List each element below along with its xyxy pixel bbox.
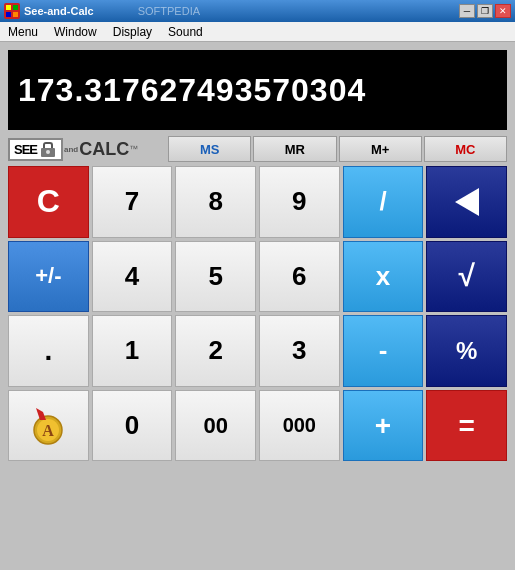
divide-button[interactable]: / — [343, 166, 424, 238]
menu-bar: Menu Window Display Sound — [0, 22, 515, 42]
svg-rect-2 — [13, 5, 18, 10]
title-bar: See-and-Calc SOFTPEDIA ─ ❐ ✕ — [0, 0, 515, 22]
dot-button[interactable]: . — [8, 315, 89, 387]
plus-label: + — [375, 410, 391, 442]
button-grid: C 7 8 9 / +/- 4 5 6 x √ . 1 2 3 - % A — [8, 166, 507, 536]
watermark-text: SOFTPEDIA — [138, 5, 200, 17]
minus-label: - — [379, 335, 388, 366]
logo-tm: ™ — [129, 144, 138, 154]
zero-button[interactable]: 0 — [92, 390, 173, 462]
eight-button[interactable]: 8 — [175, 166, 256, 238]
backspace-icon — [455, 188, 479, 216]
memory-recall-button[interactable]: MR — [253, 136, 336, 162]
display-area: 173.317627493570304 — [8, 50, 507, 130]
menu-item-sound[interactable]: Sound — [164, 23, 207, 41]
logo-memory-row: SEE and CALC ™ MS MR M+ MC — [8, 136, 507, 162]
nine-button[interactable]: 9 — [259, 166, 340, 238]
plus-button[interactable]: + — [343, 390, 424, 462]
memory-clear-button[interactable]: MC — [424, 136, 507, 162]
two-button[interactable]: 2 — [175, 315, 256, 387]
one-button[interactable]: 1 — [92, 315, 173, 387]
svg-marker-8 — [36, 408, 46, 420]
window-title: See-and-Calc — [24, 5, 94, 17]
six-button[interactable]: 6 — [259, 241, 340, 313]
multiply-label: x — [376, 261, 390, 292]
title-bar-left: See-and-Calc SOFTPEDIA — [4, 3, 200, 19]
restore-button[interactable]: ❐ — [477, 4, 493, 18]
medal-icon: A — [26, 404, 70, 448]
close-button[interactable]: ✕ — [495, 4, 511, 18]
sqrt-button[interactable]: √ — [426, 241, 507, 313]
plus-minus-button[interactable]: +/- — [8, 241, 89, 313]
sqrt-label: √ — [458, 259, 474, 293]
logo-button[interactable]: A — [8, 390, 89, 462]
memory-plus-button[interactable]: M+ — [339, 136, 422, 162]
memory-store-button[interactable]: MS — [168, 136, 251, 162]
menu-item-menu[interactable]: Menu — [4, 23, 42, 41]
svg-rect-3 — [6, 12, 11, 17]
divide-label: / — [379, 186, 386, 217]
svg-rect-1 — [6, 5, 11, 10]
logo-see-text: SEE — [14, 142, 37, 157]
five-button[interactable]: 5 — [175, 241, 256, 313]
memory-buttons: MS MR M+ MC — [168, 136, 507, 162]
backspace-button[interactable] — [426, 166, 507, 238]
svg-rect-4 — [13, 12, 18, 17]
percent-button[interactable]: % — [426, 315, 507, 387]
logo-and: and — [64, 145, 78, 154]
title-bar-buttons: ─ ❐ ✕ — [459, 4, 511, 18]
menu-item-window[interactable]: Window — [50, 23, 101, 41]
logo-calc-text: CALC — [79, 139, 129, 160]
minimize-button[interactable]: ─ — [459, 4, 475, 18]
seven-button[interactable]: 7 — [92, 166, 173, 238]
svg-text:A: A — [43, 422, 55, 439]
double-zero-button[interactable]: 00 — [175, 390, 256, 462]
display-value: 173.317627493570304 — [18, 72, 366, 109]
multiply-button[interactable]: x — [343, 241, 424, 313]
four-button[interactable]: 4 — [92, 241, 173, 313]
menu-item-display[interactable]: Display — [109, 23, 156, 41]
logo-see: SEE — [8, 138, 63, 161]
percent-label: % — [456, 337, 477, 365]
clear-button[interactable]: C — [8, 166, 89, 238]
logo-area: SEE and CALC ™ — [8, 138, 168, 161]
three-button[interactable]: 3 — [259, 315, 340, 387]
equals-button[interactable]: = — [426, 390, 507, 462]
app-icon — [4, 3, 20, 19]
minus-button[interactable]: - — [343, 315, 424, 387]
triple-zero-button[interactable]: 000 — [259, 390, 340, 462]
